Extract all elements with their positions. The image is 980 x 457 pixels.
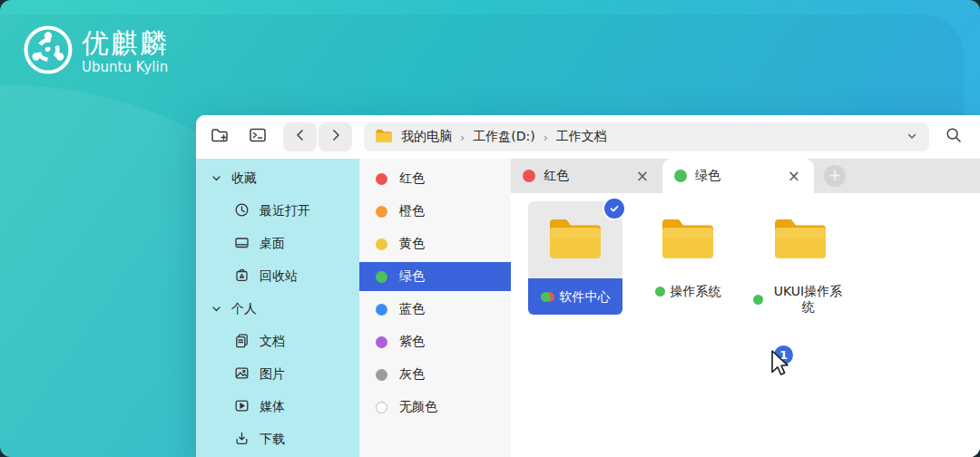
blue-dot-icon bbox=[376, 304, 387, 316]
label-row-orange[interactable]: 橙色 bbox=[359, 195, 511, 228]
toolbar: 我的电脑 › 工作盘(D:) › 工作文档 bbox=[196, 115, 980, 159]
green-tag-dot-icon bbox=[655, 287, 665, 297]
file-grid: 软件中心 bbox=[511, 193, 980, 457]
sidebar-group-label: 个人 bbox=[231, 301, 257, 317]
file-label: 软件中心 bbox=[528, 278, 622, 315]
chevron-down-icon bbox=[211, 171, 221, 186]
close-icon[interactable]: × bbox=[786, 167, 802, 186]
breadcrumb-dropdown-button[interactable] bbox=[906, 130, 918, 145]
label-text: 蓝色 bbox=[399, 301, 425, 317]
clock-icon bbox=[234, 202, 250, 220]
sidebar-item-media[interactable]: 媒体 bbox=[196, 391, 359, 423]
sidebar-item-downloads[interactable]: 下载 bbox=[196, 423, 359, 456]
selected-check-icon bbox=[604, 199, 624, 219]
brand-subtitle: Ubuntu Kylin bbox=[82, 59, 169, 75]
tab-red[interactable]: 红色 × bbox=[511, 159, 662, 193]
green-dot-icon bbox=[376, 271, 387, 283]
label-row-yellow[interactable]: 黄色 bbox=[359, 228, 511, 260]
document-icon bbox=[234, 333, 250, 351]
media-icon bbox=[234, 398, 250, 416]
orange-dot-icon bbox=[376, 206, 387, 218]
breadcrumb-item-computer[interactable]: 我的电脑 bbox=[401, 129, 452, 145]
sidebar: 收藏 最近打开 桌面 bbox=[196, 159, 359, 457]
file-item-operating-system[interactable]: 操作系统 bbox=[641, 201, 735, 299]
tab-bar: 红色 × 绿色 × + bbox=[511, 159, 980, 193]
sidebar-item-desktop[interactable]: 桌面 bbox=[196, 228, 359, 260]
chevron-down-icon bbox=[211, 302, 221, 316]
folder-icon bbox=[546, 215, 604, 266]
download-icon bbox=[234, 431, 250, 449]
sidebar-group-favorites[interactable]: 收藏 bbox=[196, 162, 359, 195]
sidebar-item-label: 回收站 bbox=[260, 268, 298, 285]
breadcrumb-separator: › bbox=[460, 131, 465, 144]
file-label: UKUI操作系统 bbox=[753, 278, 848, 315]
ubuntu-kylin-logo-icon bbox=[24, 25, 73, 78]
file-item-software-center[interactable]: 软件中心 bbox=[528, 201, 622, 315]
green-tag-dot-icon bbox=[541, 292, 551, 302]
sidebar-item-documents[interactable]: 文档 bbox=[196, 326, 359, 358]
file-name: 操作系统 bbox=[671, 284, 721, 299]
sidebar-item-label: 下载 bbox=[260, 432, 285, 448]
empty-dot-icon bbox=[376, 402, 387, 413]
sidebar-item-pictures[interactable]: 图片 bbox=[196, 358, 359, 391]
label-text: 无颜色 bbox=[399, 399, 437, 415]
yellow-dot-icon bbox=[376, 238, 387, 250]
sidebar-item-label: 媒体 bbox=[260, 399, 285, 415]
sidebar-group-label: 收藏 bbox=[231, 170, 257, 187]
file-name: UKUI操作系统 bbox=[769, 284, 848, 315]
forward-button[interactable] bbox=[318, 122, 352, 151]
terminal-icon bbox=[248, 125, 268, 149]
close-icon[interactable]: × bbox=[634, 167, 651, 186]
label-text: 灰色 bbox=[399, 366, 425, 383]
back-button[interactable] bbox=[283, 122, 317, 151]
breadcrumb-separator: › bbox=[544, 131, 548, 144]
file-manager-window: 我的电脑 › 工作盘(D:) › 工作文档 bbox=[196, 115, 980, 457]
file-item-ukui-operating-system[interactable]: UKUI操作系统 bbox=[753, 201, 848, 315]
sidebar-item-label: 图片 bbox=[260, 366, 285, 383]
sidebar-item-label: 最近打开 bbox=[260, 203, 310, 219]
tab-green[interactable]: 绿色 × bbox=[662, 159, 814, 193]
breadcrumb-item-work-docs[interactable]: 工作文档 bbox=[556, 129, 607, 145]
chevron-left-icon bbox=[293, 128, 308, 146]
label-text: 橙色 bbox=[399, 203, 425, 219]
green-dot-icon bbox=[674, 170, 687, 182]
label-row-red[interactable]: 红色 bbox=[359, 162, 511, 195]
label-row-green[interactable]: 绿色 bbox=[359, 262, 511, 291]
label-text: 黄色 bbox=[399, 236, 425, 252]
red-dot-icon bbox=[376, 173, 387, 185]
mouse-cursor-icon bbox=[767, 348, 790, 383]
label-row-blue[interactable]: 蓝色 bbox=[359, 293, 511, 326]
new-tab-button[interactable]: + bbox=[824, 165, 846, 187]
sidebar-item-trash[interactable]: 回收站 bbox=[196, 260, 359, 293]
sidebar-item-label: 桌面 bbox=[260, 236, 285, 252]
label-text: 紫色 bbox=[399, 334, 425, 350]
history-nav bbox=[283, 122, 352, 151]
sidebar-group-personal[interactable]: 个人 bbox=[196, 293, 359, 326]
new-folder-button[interactable] bbox=[209, 126, 230, 148]
brand-title: 优麒麟 bbox=[82, 28, 169, 58]
sidebar-item-recent[interactable]: 最近打开 bbox=[196, 195, 359, 228]
window-body: 收藏 最近打开 桌面 bbox=[196, 159, 980, 457]
brand: 优麒麟 Ubuntu Kylin bbox=[24, 25, 169, 78]
trash-icon bbox=[234, 267, 250, 286]
label-text: 绿色 bbox=[399, 268, 425, 285]
tab-label: 红色 bbox=[544, 168, 569, 184]
label-row-gray[interactable]: 灰色 bbox=[359, 358, 511, 391]
file-name: 软件中心 bbox=[560, 289, 611, 305]
breadcrumb: 我的电脑 › 工作盘(D:) › 工作文档 bbox=[364, 122, 929, 151]
terminal-button[interactable] bbox=[247, 126, 269, 148]
file-thumbnail bbox=[641, 201, 735, 278]
label-row-nocolor[interactable]: 无颜色 bbox=[359, 391, 511, 423]
chevron-right-icon bbox=[328, 128, 343, 146]
green-tag-dot-icon bbox=[753, 295, 763, 305]
folder-plus-icon bbox=[210, 125, 230, 149]
sidebar-item-label: 文档 bbox=[260, 334, 285, 350]
label-row-purple[interactable]: 紫色 bbox=[359, 326, 511, 358]
file-label: 操作系统 bbox=[641, 278, 735, 299]
desktop: 优麒麟 Ubuntu Kylin bbox=[0, 0, 980, 457]
tab-label: 绿色 bbox=[695, 168, 720, 184]
search-button[interactable] bbox=[941, 124, 966, 150]
folder-icon bbox=[771, 215, 829, 266]
breadcrumb-item-drive-d[interactable]: 工作盘(D:) bbox=[473, 129, 534, 145]
color-labels-panel: 红色 橙色 黄色 绿色 蓝色 bbox=[359, 159, 511, 457]
